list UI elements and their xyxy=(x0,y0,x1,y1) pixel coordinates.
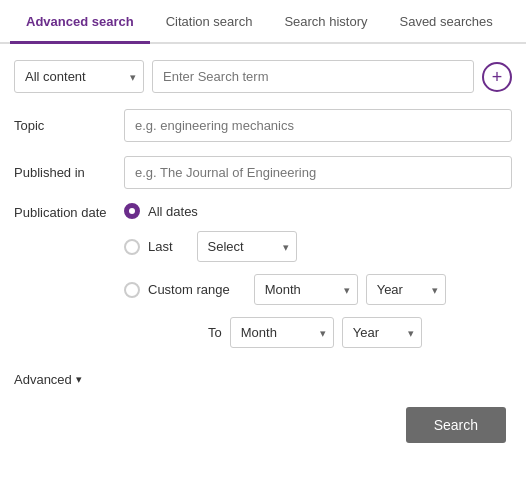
add-search-button[interactable]: + xyxy=(482,62,512,92)
from-month-wrapper: Month JanuaryFebruaryMarch AprilMayJune … xyxy=(254,274,358,305)
tab-citation[interactable]: Citation search xyxy=(150,0,269,44)
pub-date-header: Publication date All dates Last Select xyxy=(14,203,512,360)
from-year-wrapper: Year 202420232022 202120202019 ▾ xyxy=(366,274,446,305)
to-year-wrapper: Year 202420232022 202120202019 ▾ xyxy=(342,317,422,348)
last-radio[interactable] xyxy=(124,239,140,255)
custom-range-label: Custom range xyxy=(148,282,230,297)
last-option: Last Select 1 year 2 years 5 years 10 ye… xyxy=(124,231,512,262)
advanced-toggle[interactable]: Advanced ▾ xyxy=(14,372,512,387)
publication-date-section: Publication date All dates Last Select xyxy=(14,203,512,360)
content-select-wrapper: All content Journals Books Proceedings ▾ xyxy=(14,60,144,93)
main-content: All content Journals Books Proceedings ▾… xyxy=(0,44,526,463)
advanced-chevron-icon: ▾ xyxy=(76,373,82,386)
to-month-select[interactable]: Month JanuaryFebruaryMarch AprilMayJune … xyxy=(230,317,334,348)
search-button[interactable]: Search xyxy=(406,407,506,443)
all-dates-radio[interactable] xyxy=(124,203,140,219)
custom-range-radio[interactable] xyxy=(124,282,140,298)
to-year-select[interactable]: Year 202420232022 202120202019 xyxy=(342,317,422,348)
published-in-input[interactable] xyxy=(124,156,512,189)
all-dates-option: All dates xyxy=(124,203,512,219)
custom-range-option: Custom range Month JanuaryFebruaryMarch … xyxy=(124,274,512,305)
search-row: All content Journals Books Proceedings ▾… xyxy=(14,60,512,93)
tabs-bar: Advanced search Citation search Search h… xyxy=(0,0,526,44)
topic-row: Topic xyxy=(14,109,512,142)
all-dates-label: All dates xyxy=(148,204,198,219)
to-row: To Month JanuaryFebruaryMarch AprilMayJu… xyxy=(124,317,512,348)
last-years-select[interactable]: Select 1 year 2 years 5 years 10 years xyxy=(197,231,297,262)
topic-input[interactable] xyxy=(124,109,512,142)
topic-label: Topic xyxy=(14,118,124,133)
pub-date-options: All dates Last Select 1 year 2 years 5 y… xyxy=(124,203,512,360)
to-label: To xyxy=(208,325,222,340)
from-year-select[interactable]: Year 202420232022 202120202019 xyxy=(366,274,446,305)
published-in-label: Published in xyxy=(14,165,124,180)
tab-saved[interactable]: Saved searches xyxy=(383,0,508,44)
content-select[interactable]: All content Journals Books Proceedings xyxy=(14,60,144,93)
advanced-toggle-label: Advanced xyxy=(14,372,72,387)
custom-from-selects: Month JanuaryFebruaryMarch AprilMayJune … xyxy=(254,274,512,305)
published-in-row: Published in xyxy=(14,156,512,189)
to-selects: Month JanuaryFebruaryMarch AprilMayJune … xyxy=(230,317,512,348)
last-years-wrapper: Select 1 year 2 years 5 years 10 years ▾ xyxy=(197,231,297,262)
search-input[interactable] xyxy=(152,60,474,93)
to-month-wrapper: Month JanuaryFebruaryMarch AprilMayJune … xyxy=(230,317,334,348)
from-month-select[interactable]: Month JanuaryFebruaryMarch AprilMayJune … xyxy=(254,274,358,305)
tab-history[interactable]: Search history xyxy=(268,0,383,44)
last-select-wrapper: Select 1 year 2 years 5 years 10 years ▾ xyxy=(197,231,512,262)
tab-advanced[interactable]: Advanced search xyxy=(10,0,150,44)
last-label: Last xyxy=(148,239,173,254)
button-row: Search xyxy=(14,407,512,443)
pub-date-label: Publication date xyxy=(14,203,124,220)
